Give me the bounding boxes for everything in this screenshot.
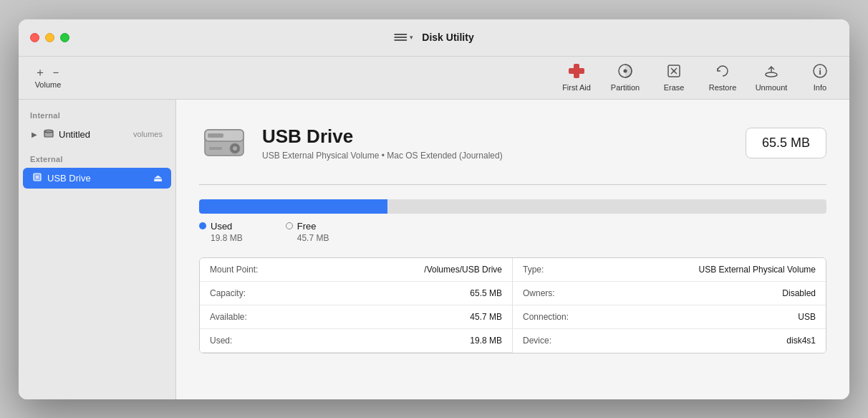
first-aid-button[interactable]: First Aid xyxy=(559,63,594,92)
view-toggle[interactable]: ▾ xyxy=(394,32,413,42)
disk-icon xyxy=(43,128,54,141)
first-aid-label: First Aid xyxy=(562,83,591,92)
free-value: 45.7 MB xyxy=(297,233,329,243)
info-val: 45.7 MB xyxy=(470,312,502,322)
erase-button[interactable]: Erase xyxy=(656,63,692,92)
svg-rect-1 xyxy=(569,68,584,74)
usage-section: Used 19.8 MB Free 45.7 MB xyxy=(199,199,826,243)
drive-subtitle: USB External Physical Volume • Mac OS Ex… xyxy=(262,151,746,161)
free-legend-item: Free 45.7 MB xyxy=(286,221,329,243)
info-val: 65.5 MB xyxy=(470,288,502,298)
info-key: Connection: xyxy=(523,312,798,322)
titlebar: ▾ Disk Utility xyxy=(19,19,849,57)
minus-icon: － xyxy=(50,67,62,78)
drive-info: USB Drive USB External Physical Volume •… xyxy=(262,125,746,161)
drive-header: USB Drive USB External Physical Volume •… xyxy=(199,117,826,170)
partition-button[interactable]: Partition xyxy=(607,63,643,92)
free-header: Free xyxy=(286,221,329,232)
info-grid: Mount Point: /Volumes/USB Drive Type: US… xyxy=(199,257,826,353)
close-button[interactable] xyxy=(30,33,39,42)
expand-icon: ▶ xyxy=(32,130,37,138)
info-val: USB xyxy=(798,312,816,322)
minimize-button[interactable] xyxy=(45,33,54,42)
plus-icon: ＋ xyxy=(34,67,46,78)
info-row: Connection: USB xyxy=(513,305,826,329)
restore-label: Restore xyxy=(709,83,737,92)
drive-size-badge: 65.5 MB xyxy=(746,128,826,158)
info-row: Used: 19.8 MB xyxy=(200,329,513,353)
used-header: Used xyxy=(199,221,243,232)
used-label: Used xyxy=(211,221,232,232)
info-val: disk4s1 xyxy=(786,336,816,346)
info-key: Available: xyxy=(210,312,470,322)
divider xyxy=(199,184,826,185)
app-title: Disk Utility xyxy=(422,32,473,43)
usage-bar-fill xyxy=(199,199,387,214)
svg-rect-15 xyxy=(208,133,223,138)
info-row: Capacity: 65.5 MB xyxy=(200,282,513,305)
drive-large-icon xyxy=(199,117,249,167)
info-key: Type: xyxy=(523,265,699,275)
partition-label: Partition xyxy=(611,83,640,92)
sidebar-item-untitled[interactable]: ▶ Untitled volumes xyxy=(23,124,171,145)
restore-button[interactable]: Restore xyxy=(705,63,741,92)
svg-text:i: i xyxy=(819,66,821,77)
free-label: Free xyxy=(297,221,317,232)
internal-section-label: Internal xyxy=(19,108,175,124)
free-dot xyxy=(286,222,293,229)
main-content: Internal ▶ Untitled volumes External xyxy=(19,100,849,399)
title-area: ▾ Disk Utility xyxy=(394,32,473,43)
drive-name: USB Drive xyxy=(262,125,746,148)
info-val: /Volumes/USB Drive xyxy=(424,265,502,275)
svg-point-17 xyxy=(233,146,237,151)
erase-label: Erase xyxy=(664,83,685,92)
sidebar-item-usb-drive[interactable]: USB Drive ⏏ xyxy=(23,168,171,189)
volumes-sub: volumes xyxy=(133,130,163,138)
svg-point-3 xyxy=(624,70,627,73)
partition-icon xyxy=(617,63,633,81)
toolbar: ＋ － Volume First Aid xyxy=(19,57,849,100)
info-button[interactable]: i Info xyxy=(802,63,838,92)
info-key: Used: xyxy=(210,336,470,346)
info-row: Type: USB External Physical Volume xyxy=(513,258,826,282)
info-row: Owners: Disabled xyxy=(513,282,826,305)
traffic-lights xyxy=(30,33,69,42)
usage-bar-track xyxy=(199,199,826,214)
sidebar: Internal ▶ Untitled volumes External xyxy=(19,100,176,399)
info-row: Available: 45.7 MB xyxy=(200,305,513,329)
info-val: Disabled xyxy=(782,288,816,298)
svg-point-6 xyxy=(766,72,777,77)
svg-point-10 xyxy=(44,130,53,133)
svg-rect-12 xyxy=(36,176,39,179)
restore-icon xyxy=(715,63,730,81)
usage-legend: Used 19.8 MB Free 45.7 MB xyxy=(199,221,826,243)
info-val: USB External Physical Volume xyxy=(699,265,816,275)
info-key: Device: xyxy=(523,336,786,346)
unmount-button[interactable]: Unmount xyxy=(753,63,789,92)
first-aid-icon xyxy=(568,63,585,81)
eject-button[interactable]: ⏏ xyxy=(153,172,163,184)
volume-label: Volume xyxy=(35,80,62,89)
usb-drive-label: USB Drive xyxy=(47,173,149,184)
used-legend-item: Used 19.8 MB xyxy=(199,221,243,243)
external-section-label: External xyxy=(19,152,175,168)
drive-icon-wrap xyxy=(199,117,249,170)
detail-pane: USB Drive USB External Physical Volume •… xyxy=(176,100,849,399)
unmount-label: Unmount xyxy=(756,83,788,92)
toolbar-actions: First Aid Partition xyxy=(559,63,838,92)
info-key: Capacity: xyxy=(210,288,470,298)
erase-icon xyxy=(666,63,682,81)
svg-rect-18 xyxy=(209,147,222,150)
usb-drive-icon xyxy=(32,171,43,185)
app-window: ▾ Disk Utility ＋ － Volume xyxy=(19,19,849,399)
info-row: Device: disk4s1 xyxy=(513,329,826,353)
unmount-icon xyxy=(763,63,779,81)
used-dot xyxy=(199,222,206,229)
chevron-down-icon: ▾ xyxy=(410,34,413,41)
untitled-label: Untitled xyxy=(59,129,129,140)
info-row: Mount Point: /Volumes/USB Drive xyxy=(200,258,513,282)
maximize-button[interactable] xyxy=(60,33,69,42)
used-value: 19.8 MB xyxy=(211,233,243,243)
add-volume-button[interactable]: ＋ － Volume xyxy=(30,67,66,89)
info-icon: i xyxy=(812,63,828,81)
